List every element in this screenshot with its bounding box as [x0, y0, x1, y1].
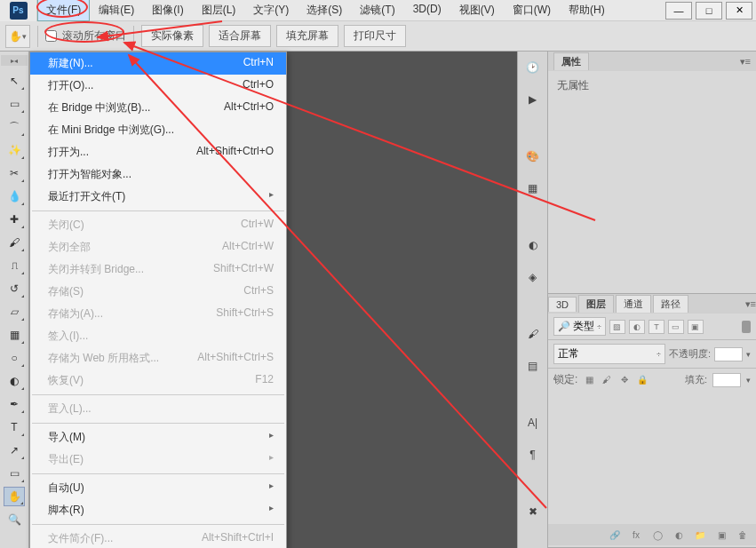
opacity-input[interactable]: [714, 347, 743, 361]
menu-image[interactable]: 图像(I): [143, 0, 192, 21]
lock-all-icon[interactable]: 🔒: [636, 374, 649, 386]
actual-pixels-button[interactable]: 实际像素: [141, 25, 203, 47]
marquee-tool[interactable]: ▭: [4, 94, 25, 114]
blur-tool[interactable]: ○: [4, 348, 25, 368]
filter-type-icon[interactable]: T: [649, 320, 664, 334]
filter-toggle[interactable]: [742, 321, 751, 333]
magic-wand-tool[interactable]: ✨: [4, 140, 25, 160]
dodge-tool[interactable]: ◐: [4, 371, 25, 391]
layers-panel: 3D 图层 通道 路径 ▾≡ 🔎 类型 ÷ ▧ ◐ T ▭ ▣ 正常÷ 不透明度…: [548, 294, 756, 548]
move-tool[interactable]: ↖: [4, 71, 25, 91]
styles-icon[interactable]: ◈: [523, 268, 543, 286]
menu-3d[interactable]: 3D(D): [404, 0, 450, 21]
file-menu-item-0[interactable]: 新建(N)...Ctrl+N: [30, 52, 286, 75]
scroll-all-checkbox[interactable]: [45, 30, 57, 42]
pen-tool[interactable]: ✒: [4, 394, 25, 414]
menu-item-label: 存储为(A)...: [48, 306, 103, 322]
menu-window[interactable]: 窗口(W): [504, 0, 560, 21]
paragraph-icon[interactable]: ¶: [523, 446, 543, 464]
fx-icon[interactable]: fx: [630, 528, 642, 541]
path-tool[interactable]: ↗: [4, 441, 25, 460]
eraser-tool[interactable]: ▱: [4, 302, 25, 322]
lock-position-icon[interactable]: ✥: [618, 374, 631, 386]
color-icon[interactable]: 🎨: [523, 147, 543, 165]
tab-3d[interactable]: 3D: [548, 297, 577, 312]
fill-input[interactable]: [712, 373, 741, 387]
brushes-icon[interactable]: 🖌: [523, 325, 543, 343]
stamp-tool[interactable]: ⎍: [4, 256, 25, 275]
properties-tab[interactable]: 属性: [553, 52, 589, 70]
canvas-area: 新建(N)...Ctrl+N打开(O)...Ctrl+O在 Bridge 中浏览…: [29, 52, 517, 548]
tool-presets-icon[interactable]: ✖: [523, 503, 543, 520]
filter-type-select[interactable]: 🔎 类型 ÷: [553, 317, 606, 336]
close-button[interactable]: ✕: [726, 2, 752, 20]
group-icon[interactable]: 📁: [694, 528, 706, 541]
fill-screen-button[interactable]: 填充屏幕: [276, 25, 338, 47]
history-icon[interactable]: 🕑: [523, 59, 543, 76]
menu-layer[interactable]: 图层(L): [193, 0, 245, 21]
tab-layers[interactable]: 图层: [578, 295, 614, 313]
filter-pixel-icon[interactable]: ▧: [609, 320, 625, 334]
layer-filter-row: 🔎 类型 ÷ ▧ ◐ T ▭ ▣: [548, 314, 756, 340]
mask-icon[interactable]: ◯: [651, 528, 664, 541]
maximize-button[interactable]: □: [696, 2, 722, 20]
adjustments-icon[interactable]: ◐: [523, 236, 543, 254]
menu-edit[interactable]: 编辑(E): [90, 0, 143, 21]
brush-tool[interactable]: 🖌: [4, 233, 25, 252]
tab-channels[interactable]: 通道: [616, 295, 651, 313]
tab-paths[interactable]: 路径: [653, 295, 688, 313]
menu-help[interactable]: 帮助(H): [560, 0, 614, 21]
crop-tool[interactable]: ✂: [4, 163, 25, 183]
blend-mode-select[interactable]: 正常÷: [553, 344, 665, 364]
file-menu-item-6[interactable]: 最近打开文件(T): [30, 186, 286, 208]
minimize-button[interactable]: —: [665, 2, 692, 20]
properties-panel: 属性 ▾≡ 无属性: [548, 52, 756, 294]
lock-transparent-icon[interactable]: ▦: [583, 374, 595, 386]
menu-view[interactable]: 视图(V): [450, 0, 504, 21]
link-layers-icon[interactable]: 🔗: [609, 528, 621, 541]
file-menu-item-23[interactable]: 脚本(R): [30, 499, 286, 521]
menu-type[interactable]: 文字(Y): [244, 0, 298, 21]
menu-item-label: 文件简介(F)...: [48, 531, 113, 546]
layers-menu-icon[interactable]: ▾≡: [745, 298, 756, 310]
file-menu-item-4[interactable]: 打开为...Alt+Shift+Ctrl+O: [30, 141, 286, 163]
lock-label: 锁定:: [553, 372, 577, 387]
eyedropper-tool[interactable]: 💧: [4, 187, 25, 206]
file-menu-item-2[interactable]: 在 Bridge 中浏览(B)...Alt+Ctrl+O: [30, 97, 286, 119]
filter-adjust-icon[interactable]: ◐: [629, 320, 645, 334]
file-menu-item-12: 存储为(A)...Shift+Ctrl+S: [30, 303, 286, 325]
filter-smart-icon[interactable]: ▣: [688, 320, 704, 334]
file-menu-item-22[interactable]: 自动(U): [30, 477, 286, 499]
brush-presets-icon[interactable]: ▤: [523, 357, 543, 375]
gradient-tool[interactable]: ▦: [4, 325, 25, 345]
toolbox-grip[interactable]: ▸◂: [1, 55, 28, 66]
type-tool[interactable]: T: [4, 417, 25, 437]
lock-image-icon[interactable]: 🖌: [601, 374, 613, 386]
file-menu-item-1[interactable]: 打开(O)...Ctrl+O: [30, 75, 286, 97]
menu-item-label: 打开(O)...: [48, 78, 93, 93]
character-icon[interactable]: A|: [523, 414, 543, 432]
menu-filter[interactable]: 滤镜(T): [351, 0, 403, 21]
new-layer-icon[interactable]: ▣: [715, 528, 728, 541]
print-size-button[interactable]: 打印尺寸: [344, 25, 406, 47]
menu-select[interactable]: 选择(S): [298, 0, 351, 21]
adjustment-layer-icon[interactable]: ◐: [672, 528, 685, 541]
panel-menu-icon[interactable]: ▾≡: [740, 56, 751, 68]
history-brush-tool[interactable]: ↺: [4, 279, 25, 298]
file-menu-item-3[interactable]: 在 Mini Bridge 中浏览(G)...: [30, 119, 286, 141]
delete-layer-icon[interactable]: 🗑: [736, 528, 749, 541]
lasso-tool[interactable]: ⌒: [4, 117, 25, 137]
fill-label: 填充:: [685, 373, 707, 386]
zoom-tool[interactable]: 🔍: [4, 510, 25, 529]
file-menu-item-19[interactable]: 导入(M): [30, 426, 286, 449]
filter-shape-icon[interactable]: ▭: [668, 320, 684, 334]
swatches-icon[interactable]: ▦: [523, 179, 543, 197]
fit-screen-button[interactable]: 适合屏幕: [209, 25, 271, 47]
hand-tool[interactable]: ✋: [4, 487, 25, 506]
file-menu-item-5[interactable]: 打开为智能对象...: [30, 163, 286, 186]
menu-file[interactable]: 文件(F): [37, 0, 90, 21]
actions-icon[interactable]: ▶: [523, 91, 543, 108]
shape-tool[interactable]: ▭: [4, 464, 25, 483]
hand-tool-preset[interactable]: ✋▾: [5, 25, 30, 48]
healing-tool[interactable]: ✚: [4, 210, 25, 229]
